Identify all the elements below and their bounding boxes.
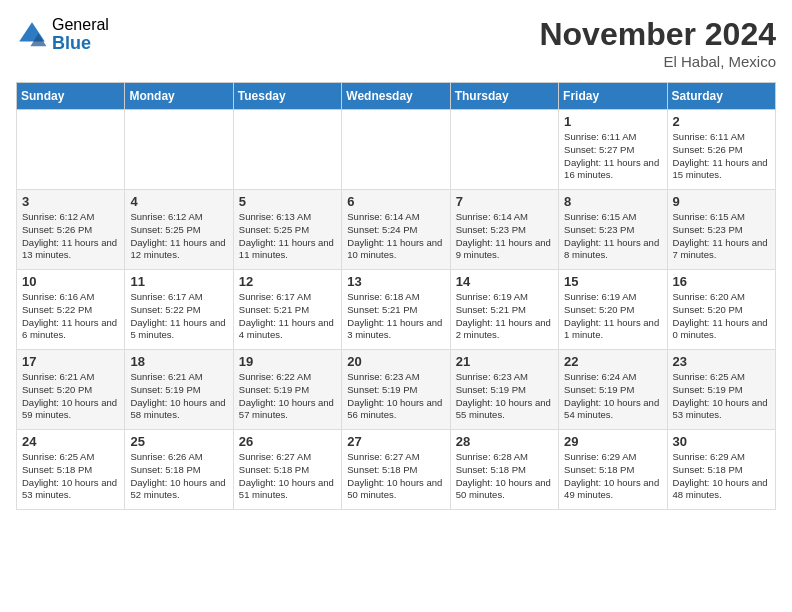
day-number: 2 — [673, 114, 770, 129]
day-info: Sunrise: 6:19 AM Sunset: 5:21 PM Dayligh… — [456, 291, 553, 342]
day-number: 13 — [347, 274, 444, 289]
calendar-day-cell — [233, 110, 341, 190]
weekday-header-row: SundayMondayTuesdayWednesdayThursdayFrid… — [17, 83, 776, 110]
calendar-day-cell: 18Sunrise: 6:21 AM Sunset: 5:19 PM Dayli… — [125, 350, 233, 430]
day-number: 10 — [22, 274, 119, 289]
calendar-day-cell: 3Sunrise: 6:12 AM Sunset: 5:26 PM Daylig… — [17, 190, 125, 270]
day-info: Sunrise: 6:19 AM Sunset: 5:20 PM Dayligh… — [564, 291, 661, 342]
day-number: 22 — [564, 354, 661, 369]
calendar-day-cell — [17, 110, 125, 190]
logo-general: General — [52, 16, 109, 34]
month-title: November 2024 — [539, 16, 776, 53]
day-number: 27 — [347, 434, 444, 449]
day-info: Sunrise: 6:21 AM Sunset: 5:20 PM Dayligh… — [22, 371, 119, 422]
day-number: 20 — [347, 354, 444, 369]
weekday-header-cell: Saturday — [667, 83, 775, 110]
calendar-day-cell: 20Sunrise: 6:23 AM Sunset: 5:19 PM Dayli… — [342, 350, 450, 430]
calendar-day-cell: 24Sunrise: 6:25 AM Sunset: 5:18 PM Dayli… — [17, 430, 125, 510]
calendar-day-cell — [450, 110, 558, 190]
day-info: Sunrise: 6:23 AM Sunset: 5:19 PM Dayligh… — [347, 371, 444, 422]
day-number: 8 — [564, 194, 661, 209]
day-info: Sunrise: 6:15 AM Sunset: 5:23 PM Dayligh… — [564, 211, 661, 262]
day-number: 30 — [673, 434, 770, 449]
day-info: Sunrise: 6:21 AM Sunset: 5:19 PM Dayligh… — [130, 371, 227, 422]
weekday-header-cell: Thursday — [450, 83, 558, 110]
day-info: Sunrise: 6:22 AM Sunset: 5:19 PM Dayligh… — [239, 371, 336, 422]
day-info: Sunrise: 6:11 AM Sunset: 5:26 PM Dayligh… — [673, 131, 770, 182]
day-number: 12 — [239, 274, 336, 289]
day-number: 28 — [456, 434, 553, 449]
day-number: 19 — [239, 354, 336, 369]
logo-text: General Blue — [52, 16, 109, 53]
calendar-body: 1Sunrise: 6:11 AM Sunset: 5:27 PM Daylig… — [17, 110, 776, 510]
day-number: 9 — [673, 194, 770, 209]
calendar-day-cell: 28Sunrise: 6:28 AM Sunset: 5:18 PM Dayli… — [450, 430, 558, 510]
logo-icon — [16, 19, 48, 51]
calendar-day-cell: 11Sunrise: 6:17 AM Sunset: 5:22 PM Dayli… — [125, 270, 233, 350]
day-number: 11 — [130, 274, 227, 289]
calendar-day-cell: 16Sunrise: 6:20 AM Sunset: 5:20 PM Dayli… — [667, 270, 775, 350]
day-number: 16 — [673, 274, 770, 289]
calendar-day-cell: 12Sunrise: 6:17 AM Sunset: 5:21 PM Dayli… — [233, 270, 341, 350]
day-info: Sunrise: 6:17 AM Sunset: 5:22 PM Dayligh… — [130, 291, 227, 342]
calendar-day-cell: 10Sunrise: 6:16 AM Sunset: 5:22 PM Dayli… — [17, 270, 125, 350]
calendar-day-cell: 8Sunrise: 6:15 AM Sunset: 5:23 PM Daylig… — [559, 190, 667, 270]
day-info: Sunrise: 6:25 AM Sunset: 5:18 PM Dayligh… — [22, 451, 119, 502]
day-number: 15 — [564, 274, 661, 289]
day-number: 1 — [564, 114, 661, 129]
day-info: Sunrise: 6:27 AM Sunset: 5:18 PM Dayligh… — [239, 451, 336, 502]
day-info: Sunrise: 6:13 AM Sunset: 5:25 PM Dayligh… — [239, 211, 336, 262]
day-info: Sunrise: 6:26 AM Sunset: 5:18 PM Dayligh… — [130, 451, 227, 502]
calendar-day-cell: 26Sunrise: 6:27 AM Sunset: 5:18 PM Dayli… — [233, 430, 341, 510]
calendar-day-cell: 21Sunrise: 6:23 AM Sunset: 5:19 PM Dayli… — [450, 350, 558, 430]
day-number: 6 — [347, 194, 444, 209]
day-info: Sunrise: 6:23 AM Sunset: 5:19 PM Dayligh… — [456, 371, 553, 422]
day-number: 24 — [22, 434, 119, 449]
day-info: Sunrise: 6:12 AM Sunset: 5:25 PM Dayligh… — [130, 211, 227, 262]
calendar-day-cell — [125, 110, 233, 190]
day-number: 26 — [239, 434, 336, 449]
day-number: 4 — [130, 194, 227, 209]
weekday-header-cell: Tuesday — [233, 83, 341, 110]
day-info: Sunrise: 6:15 AM Sunset: 5:23 PM Dayligh… — [673, 211, 770, 262]
page-header: General Blue November 2024 El Habal, Mex… — [16, 16, 776, 70]
calendar-week-row: 10Sunrise: 6:16 AM Sunset: 5:22 PM Dayli… — [17, 270, 776, 350]
day-info: Sunrise: 6:28 AM Sunset: 5:18 PM Dayligh… — [456, 451, 553, 502]
day-info: Sunrise: 6:11 AM Sunset: 5:27 PM Dayligh… — [564, 131, 661, 182]
calendar-day-cell: 2Sunrise: 6:11 AM Sunset: 5:26 PM Daylig… — [667, 110, 775, 190]
day-info: Sunrise: 6:27 AM Sunset: 5:18 PM Dayligh… — [347, 451, 444, 502]
calendar-day-cell: 22Sunrise: 6:24 AM Sunset: 5:19 PM Dayli… — [559, 350, 667, 430]
calendar-table: SundayMondayTuesdayWednesdayThursdayFrid… — [16, 82, 776, 510]
calendar-day-cell: 15Sunrise: 6:19 AM Sunset: 5:20 PM Dayli… — [559, 270, 667, 350]
day-info: Sunrise: 6:14 AM Sunset: 5:24 PM Dayligh… — [347, 211, 444, 262]
day-number: 3 — [22, 194, 119, 209]
calendar-week-row: 24Sunrise: 6:25 AM Sunset: 5:18 PM Dayli… — [17, 430, 776, 510]
calendar-day-cell: 25Sunrise: 6:26 AM Sunset: 5:18 PM Dayli… — [125, 430, 233, 510]
calendar-day-cell: 9Sunrise: 6:15 AM Sunset: 5:23 PM Daylig… — [667, 190, 775, 270]
title-block: November 2024 El Habal, Mexico — [539, 16, 776, 70]
day-info: Sunrise: 6:29 AM Sunset: 5:18 PM Dayligh… — [673, 451, 770, 502]
day-info: Sunrise: 6:20 AM Sunset: 5:20 PM Dayligh… — [673, 291, 770, 342]
location: El Habal, Mexico — [539, 53, 776, 70]
weekday-header-cell: Friday — [559, 83, 667, 110]
calendar-week-row: 17Sunrise: 6:21 AM Sunset: 5:20 PM Dayli… — [17, 350, 776, 430]
logo: General Blue — [16, 16, 109, 53]
day-number: 5 — [239, 194, 336, 209]
day-info: Sunrise: 6:24 AM Sunset: 5:19 PM Dayligh… — [564, 371, 661, 422]
calendar-week-row: 3Sunrise: 6:12 AM Sunset: 5:26 PM Daylig… — [17, 190, 776, 270]
day-number: 18 — [130, 354, 227, 369]
day-number: 23 — [673, 354, 770, 369]
calendar-day-cell: 19Sunrise: 6:22 AM Sunset: 5:19 PM Dayli… — [233, 350, 341, 430]
calendar-day-cell: 5Sunrise: 6:13 AM Sunset: 5:25 PM Daylig… — [233, 190, 341, 270]
calendar-day-cell: 29Sunrise: 6:29 AM Sunset: 5:18 PM Dayli… — [559, 430, 667, 510]
weekday-header-cell: Monday — [125, 83, 233, 110]
day-number: 14 — [456, 274, 553, 289]
day-number: 17 — [22, 354, 119, 369]
weekday-header-cell: Sunday — [17, 83, 125, 110]
calendar-day-cell: 4Sunrise: 6:12 AM Sunset: 5:25 PM Daylig… — [125, 190, 233, 270]
calendar-day-cell: 27Sunrise: 6:27 AM Sunset: 5:18 PM Dayli… — [342, 430, 450, 510]
calendar-day-cell: 7Sunrise: 6:14 AM Sunset: 5:23 PM Daylig… — [450, 190, 558, 270]
day-info: Sunrise: 6:16 AM Sunset: 5:22 PM Dayligh… — [22, 291, 119, 342]
calendar-day-cell: 14Sunrise: 6:19 AM Sunset: 5:21 PM Dayli… — [450, 270, 558, 350]
calendar-week-row: 1Sunrise: 6:11 AM Sunset: 5:27 PM Daylig… — [17, 110, 776, 190]
